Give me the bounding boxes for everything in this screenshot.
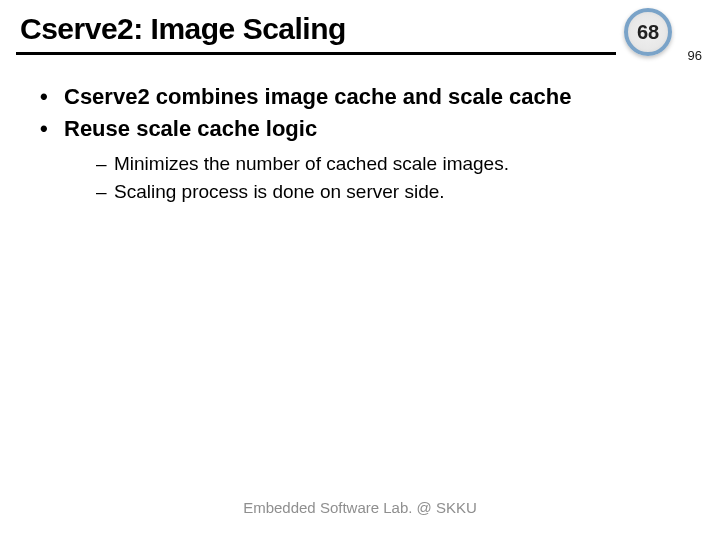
main-bullet-list: Cserve2 combines image cache and scale c… xyxy=(40,83,680,143)
page-badge: 68 xyxy=(624,8,672,56)
bullet-item: Reuse scale cache logic xyxy=(40,115,680,143)
slide-header: Cserve2: Image Scaling 68 96 xyxy=(0,0,720,52)
bullet-item: Cserve2 combines image cache and scale c… xyxy=(40,83,680,111)
sub-bullet-list: Minimizes the number of cached scale ima… xyxy=(40,151,680,204)
slide-title: Cserve2: Image Scaling xyxy=(20,12,346,46)
slide-content: Cserve2 combines image cache and scale c… xyxy=(0,55,720,205)
page-number: 68 xyxy=(637,21,659,44)
sub-bullet-item: Scaling process is done on server side. xyxy=(96,179,680,205)
slide-footer: Embedded Software Lab. @ SKKU xyxy=(0,499,720,516)
total-pages: 96 xyxy=(688,48,702,63)
page-badge-circle: 68 xyxy=(624,8,672,56)
sub-bullet-item: Minimizes the number of cached scale ima… xyxy=(96,151,680,177)
